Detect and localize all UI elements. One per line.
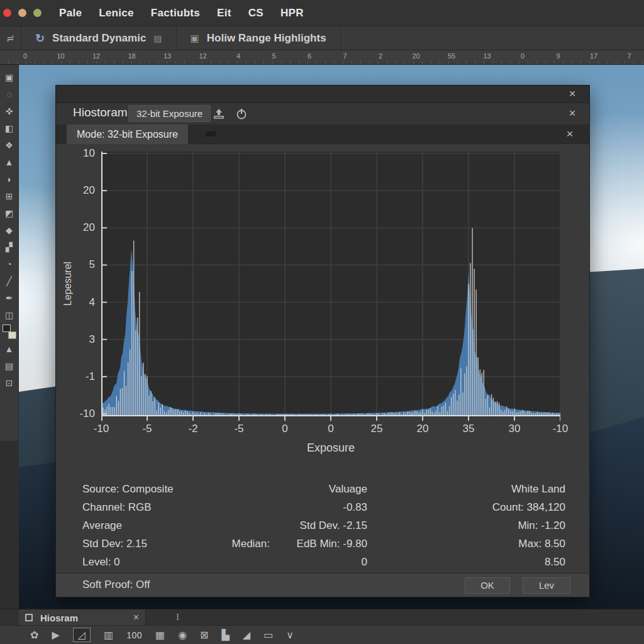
eyedropper-tool-icon[interactable]: ▲ xyxy=(1,153,18,170)
columns-icon[interactable]: ▦ xyxy=(155,629,165,641)
crop-tool-icon[interactable]: ◧ xyxy=(1,119,18,136)
y-tick-label: 3 xyxy=(65,333,95,346)
shape-tool-icon[interactable]: ◫ xyxy=(1,306,18,323)
x-tick-label: 0 xyxy=(271,423,299,435)
y-tick-label: -10 xyxy=(65,408,95,420)
close-icon[interactable]: × xyxy=(565,87,579,101)
horizontal-ruler[interactable]: 010121813124567220551309177 xyxy=(0,50,644,65)
options-bar: ≓ ↻ Standard Dynamic ▤ ▣ Holiw Range Hig… xyxy=(0,26,644,50)
screen-mode-tool-icon[interactable]: ▤ xyxy=(1,357,18,374)
move-tool-icon[interactable]: ▣ xyxy=(1,69,18,86)
history-brush-tool-icon[interactable]: ◆ xyxy=(1,221,18,238)
ruler-mark: 13 xyxy=(480,52,495,60)
ok-button[interactable]: OK xyxy=(465,577,510,594)
dialog-footer: Soft Proof: Off OK Lev xyxy=(56,573,589,597)
x-tick-label: 0 xyxy=(317,423,345,435)
quick-mask-tool-icon[interactable]: ▲ xyxy=(1,340,18,357)
ruler-mark: 12 xyxy=(89,52,104,60)
status-toolbar: ✿▶◿▥100▦◉⊠▙◢▭∨ xyxy=(0,625,644,644)
dock-handle-icon[interactable]: I xyxy=(176,612,179,623)
menu-items: PaleLeniceFactiubtsEitCSHPR xyxy=(53,7,304,19)
tools-panel: ▣◌✜◧❖▲◗⊞◩◆▞◔╱✒◫ ▲▤⊡ xyxy=(0,65,19,441)
dialog-titlebar[interactable]: × xyxy=(56,86,589,103)
ruler-mark: 0 xyxy=(18,52,33,60)
zoom-window-button[interactable] xyxy=(33,9,42,17)
menu-item[interactable]: Factiubts xyxy=(151,7,200,19)
preview-icon[interactable]: ◉ xyxy=(178,629,187,641)
export-icon[interactable] xyxy=(212,107,226,121)
clone-stamp-tool-icon[interactable]: ◩ xyxy=(1,204,18,221)
frame-icon[interactable]: ▭ xyxy=(264,629,273,641)
ruler-mark: 12 xyxy=(196,52,211,60)
pen-tool-icon[interactable]: ✒ xyxy=(1,289,18,306)
menu-item[interactable]: Lenice xyxy=(99,7,134,19)
ruler-mark: 10 xyxy=(53,52,69,60)
close-window-button[interactable] xyxy=(3,9,11,17)
chevron-down-icon[interactable]: ∨ xyxy=(286,629,294,641)
stat-row: Source: Composite Valuage White Land xyxy=(82,480,565,498)
adjustments-icon[interactable]: ⊠ xyxy=(200,629,208,641)
menu-bar: PaleLeniceFactiubtsEitCSHPR xyxy=(0,0,644,26)
minimize-window-button[interactable] xyxy=(18,9,26,17)
panel-tab-label: Hiosram xyxy=(40,613,126,623)
tab-options-icon[interactable] xyxy=(204,131,217,136)
ruler-mark: 0 xyxy=(515,52,530,60)
tab-mode-32bit-exposure[interactable]: Mode: 32-bit Exposure xyxy=(67,125,188,144)
settings-icon[interactable]: ✿ xyxy=(30,629,38,641)
pen-icon[interactable]: ◢ xyxy=(243,629,250,641)
lasso-tool-icon[interactable]: ✜ xyxy=(1,103,18,119)
marquee-tool-icon[interactable]: ◌ xyxy=(1,86,18,103)
slice-tool-icon[interactable]: ❖ xyxy=(1,136,18,153)
heal-tool-icon[interactable]: ◗ xyxy=(1,170,18,187)
y-tick-label: 5 xyxy=(65,258,95,271)
ruler-mark: 17 xyxy=(586,52,601,60)
levels-icon[interactable]: ▙ xyxy=(222,629,230,641)
ruler-mark: 13 xyxy=(160,52,175,60)
play-icon[interactable]: ▶ xyxy=(52,629,59,641)
histogram-dialog: × Hiostoram 32-bit Exposure × Mode: 32-b… xyxy=(55,85,590,597)
curve-tool-icon[interactable]: ◿ xyxy=(73,628,91,642)
menu-item[interactable]: Eit xyxy=(217,7,231,19)
menu-item[interactable]: Pale xyxy=(59,7,82,19)
close-icon[interactable]: × xyxy=(133,612,139,623)
ruler-mark: 18 xyxy=(125,52,140,60)
histogram-statistics: Source: Composite Valuage White Land Cha… xyxy=(82,480,565,571)
brush-tool-icon[interactable]: ⊞ xyxy=(1,187,18,204)
line-tool-icon[interactable]: ╱ xyxy=(1,272,18,289)
x-tick-label: 35 xyxy=(455,423,482,435)
background-color-swatch[interactable] xyxy=(8,331,16,339)
lev-button[interactable]: Lev xyxy=(523,577,570,594)
x-tick-label: -10 xyxy=(547,423,574,435)
bit-depth-button[interactable]: 32-bit Exposure xyxy=(128,105,211,122)
close-icon[interactable]: × xyxy=(563,127,577,141)
ruler-mark: 55 xyxy=(444,52,459,60)
rotate-icon: ↻ xyxy=(35,31,45,45)
tab-histogram-panel[interactable]: Hiosram × xyxy=(19,609,146,626)
bottom-panel-tabbar: Hiosram × I xyxy=(0,609,644,625)
foreground-color-swatch[interactable] xyxy=(3,325,11,332)
x-axis-title: Exposure xyxy=(101,441,560,455)
range-mode-section[interactable]: ▣ Holiw Range Highlights xyxy=(177,26,341,50)
menu-item[interactable]: HPR xyxy=(280,7,304,19)
eraser-tool-icon[interactable]: ▞ xyxy=(1,238,18,255)
zoom-level[interactable]: 100 xyxy=(126,630,142,640)
range-mode-label: Holiw Range Highlights xyxy=(207,32,326,45)
stat-row: Channel: RGB -0.83 Count: 384,120 xyxy=(82,498,565,516)
close-icon[interactable]: × xyxy=(565,106,579,120)
preset-section[interactable]: ↻ Standard Dynamic ▤ xyxy=(21,26,177,50)
soft-proof-status: Soft Proof: Off xyxy=(82,579,150,591)
stat-row: Level: 0 0 8.50 xyxy=(82,553,565,571)
gradient-tool-icon[interactable]: ◔ xyxy=(1,255,18,272)
panels-icon[interactable]: ▥ xyxy=(104,629,113,641)
power-icon[interactable] xyxy=(235,107,248,121)
ruler-mark: 7 xyxy=(622,52,637,60)
range-mode-icon: ▣ xyxy=(191,33,199,44)
filter-lines-icon[interactable]: ≓ xyxy=(0,26,21,50)
y-tick-label: 20 xyxy=(65,184,95,197)
stat-row: Std Dev: 2.15Median: EdB Min: -9.80 Max:… xyxy=(82,535,565,553)
extras-tool-icon[interactable]: ⊡ xyxy=(1,374,18,391)
color-swatches[interactable] xyxy=(1,323,18,340)
menu-item[interactable]: CS xyxy=(248,7,264,19)
stat-row: Average Std Dev. -2.15 Min: -1.20 xyxy=(82,516,565,535)
ruler-mark: 20 xyxy=(409,52,424,60)
